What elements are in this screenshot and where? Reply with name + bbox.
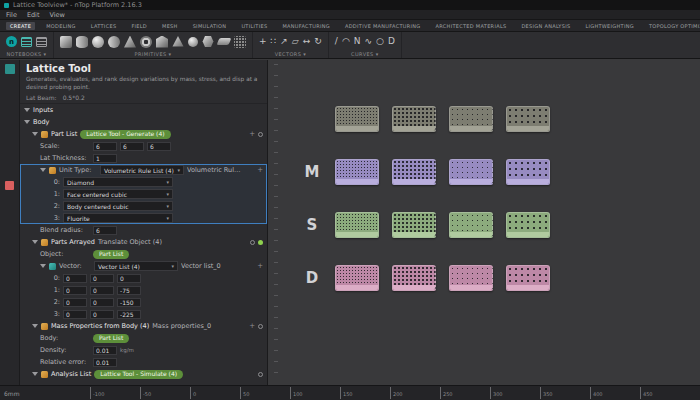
parts-arrayed-block-header[interactable]: Parts Arrayed Translate Object (4): [20, 236, 267, 248]
lattice-part[interactable]: [449, 159, 493, 185]
primitive-torus-icon[interactable]: [140, 36, 152, 48]
lattice-part[interactable]: [506, 106, 550, 132]
analysis-list-block-header[interactable]: Analysis List Lattice Tool - Simulate (4…: [20, 368, 267, 380]
menu-item-view[interactable]: View: [49, 11, 64, 19]
vector-y-input[interactable]: 0: [90, 274, 114, 283]
tab-create[interactable]: CREATE: [6, 22, 35, 30]
scale-z-input[interactable]: 6: [147, 142, 171, 151]
lattice-part[interactable]: [335, 106, 379, 132]
visibility-toggle-icon[interactable]: [250, 240, 255, 245]
primitive-cone-icon[interactable]: [124, 36, 136, 48]
tab-utilities[interactable]: UTILITIES: [237, 22, 271, 30]
primitive-pyramid-icon[interactable]: [172, 36, 184, 48]
notebook-list-icon[interactable]: [36, 37, 47, 47]
unit-type-dropdown[interactable]: Volumetric Rule List (4) ▾: [100, 165, 184, 175]
vector-measure-icon[interactable]: ↔: [303, 37, 311, 46]
body-section-row[interactable]: Body: [20, 116, 267, 128]
vector-dropdown[interactable]: Vector List (4) ▾: [94, 261, 178, 271]
caret-down-icon[interactable]: [32, 372, 38, 376]
notebook-shortcut-icon[interactable]: [5, 64, 15, 74]
lattice-part[interactable]: [335, 212, 379, 238]
relative-error-input[interactable]: 0.01: [93, 358, 117, 367]
notebooks-section-label[interactable]: NOTEBOOKS ▾: [6, 51, 47, 57]
tab-lattices[interactable]: LATTICES: [87, 22, 121, 30]
vector-rotate-icon[interactable]: ↻: [314, 37, 322, 46]
tab-design-analysis[interactable]: DESIGN ANALYSIS: [517, 22, 574, 30]
tab-manufacturing[interactable]: MANUFACTURING: [278, 22, 334, 30]
vector-z-input[interactable]: -75: [117, 286, 141, 295]
tab-mesh[interactable]: MESH: [158, 22, 182, 30]
add-icon[interactable]: +: [249, 322, 255, 330]
primitive-cylinder-icon[interactable]: [76, 36, 88, 48]
vector-x-input[interactable]: 0: [63, 310, 87, 319]
enabled-dot-icon[interactable]: [258, 240, 263, 245]
mass-properties-block-header[interactable]: Mass Properties from Body (4) Mass prope…: [20, 320, 267, 332]
add-icon[interactable]: +: [257, 262, 263, 270]
curve-arc-icon[interactable]: ◠: [342, 37, 350, 46]
part-list-block-header[interactable]: Part List Lattice Tool - Generate (4) +: [20, 128, 267, 140]
vector-y-input[interactable]: 0: [90, 286, 114, 295]
curves-section-label[interactable]: CURVES ▾: [335, 51, 395, 57]
menu-item-edit[interactable]: Edit: [27, 11, 40, 19]
caret-down-icon[interactable]: [40, 168, 46, 172]
menu-item-file[interactable]: File: [6, 11, 17, 19]
lattice-part[interactable]: [506, 265, 550, 291]
vector-z-input[interactable]: -150: [117, 298, 141, 307]
rule-dropdown[interactable]: Fluorite ▾: [63, 213, 173, 223]
caret-down-icon[interactable]: [24, 108, 30, 112]
vector-y-input[interactable]: 0: [90, 310, 114, 319]
vector-y-input[interactable]: 0: [90, 298, 114, 307]
vector-header[interactable]: Vector: Vector List (4) ▾ Vector list_0 …: [20, 260, 267, 272]
visibility-toggle-icon[interactable]: [258, 372, 263, 377]
primitive-ball-icon[interactable]: [188, 37, 198, 47]
part-list-value-pill[interactable]: Lattice Tool - Generate (4): [80, 130, 170, 139]
primitive-capsule-icon[interactable]: [108, 36, 120, 48]
primitive-lattice-icon[interactable]: [234, 36, 246, 48]
point-cloud-icon[interactable]: ∷: [271, 37, 277, 46]
lattice-part[interactable]: [392, 212, 436, 238]
vector-x-input[interactable]: 0: [63, 286, 87, 295]
primitive-box-icon[interactable]: [60, 36, 72, 48]
curve-spline-icon[interactable]: N: [354, 37, 361, 46]
lattice-part[interactable]: [506, 159, 550, 185]
vector-x-input[interactable]: 0: [63, 274, 87, 283]
scale-x-input[interactable]: 6: [93, 142, 117, 151]
rule-dropdown[interactable]: Face centered cubic ▾: [63, 189, 173, 199]
vector-z-input[interactable]: -225: [117, 310, 141, 319]
curve-wave-icon[interactable]: ∿: [364, 37, 372, 46]
visibility-toggle-icon[interactable]: [258, 324, 263, 329]
viewport-3d[interactable]: MSD: [268, 60, 700, 385]
tab-additive-manufacturing[interactable]: ADDITIVE MANUFACTURING: [341, 22, 425, 30]
lattice-part[interactable]: [392, 106, 436, 132]
caret-down-icon[interactable]: [32, 240, 38, 244]
unit-type-header[interactable]: Unit Type: Volumetric Rule List (4) ▾ Vo…: [20, 164, 267, 176]
curve-circle-icon[interactable]: ○: [376, 37, 384, 46]
vectors-section-label[interactable]: VECTORS ▾: [259, 51, 322, 57]
selection-marker-icon[interactable]: [5, 181, 14, 190]
lattice-part[interactable]: [449, 265, 493, 291]
tab-simulation[interactable]: SIMULATION: [189, 22, 231, 30]
density-input[interactable]: 0.01: [93, 346, 117, 355]
visibility-toggle-icon[interactable]: [258, 132, 263, 137]
vector-z-input[interactable]: 0: [117, 274, 141, 283]
rule-dropdown[interactable]: Diamond ▾: [63, 177, 173, 187]
tab-modeling[interactable]: MODELING: [42, 22, 80, 30]
curve-line-icon[interactable]: /: [335, 37, 338, 46]
lattice-part[interactable]: [392, 265, 436, 291]
rule-dropdown[interactable]: Body centered cubic ▾: [63, 201, 173, 211]
lat-thickness-input[interactable]: 1: [93, 154, 117, 163]
add-icon[interactable]: +: [249, 130, 255, 138]
vector-arrow-icon[interactable]: ↗: [280, 37, 288, 46]
caret-down-icon[interactable]: [32, 324, 38, 328]
lattice-part[interactable]: [449, 212, 493, 238]
tab-lightweighting[interactable]: LIGHTWEIGHTING: [581, 22, 638, 30]
primitive-sphere-icon[interactable]: [92, 36, 104, 48]
caret-down-icon[interactable]: [40, 264, 46, 268]
caret-down-icon[interactable]: [32, 132, 38, 136]
add-icon[interactable]: +: [257, 166, 263, 174]
blend-radius-input[interactable]: 6: [93, 226, 117, 235]
primitives-section-label[interactable]: PRIMITIVES ▾: [60, 51, 246, 57]
primitive-plane-icon[interactable]: [217, 38, 232, 45]
vector-plane-icon[interactable]: ▱: [292, 37, 299, 46]
lattice-part[interactable]: [335, 159, 379, 185]
